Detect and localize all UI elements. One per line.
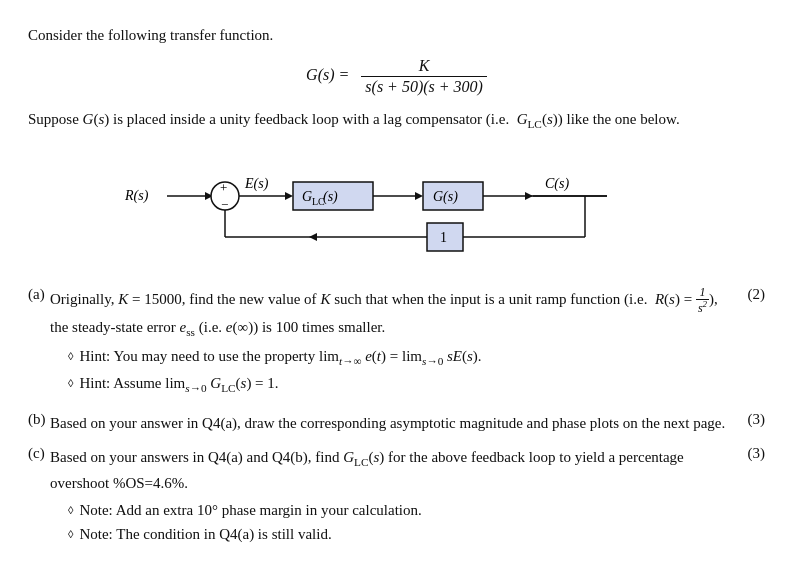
intro-line2: Suppose G(s) is placed inside a unity fe…	[28, 108, 765, 133]
qc-hint2-text: Note: The condition in Q4(a) is still va…	[79, 523, 737, 546]
qc-hint1-text: Note: Add an extra 10° phase margin in y…	[79, 499, 737, 522]
qa-label: (a)	[28, 286, 50, 303]
transfer-function: G(s) = K s(s + 50)(s + 300)	[28, 57, 765, 96]
diamond-icon1: ◊	[68, 348, 73, 365]
qb-content: Based on your answer in Q4(a), draw the …	[50, 411, 737, 435]
qb-label: (b)	[28, 411, 50, 428]
diamond-icon4: ◊	[68, 526, 73, 543]
svg-text:+: +	[220, 180, 227, 195]
tf-fraction: K s(s + 50)(s + 300)	[361, 57, 487, 96]
qc-points: (3)	[737, 445, 765, 462]
qa-points: (2)	[737, 286, 765, 303]
diamond-icon2: ◊	[68, 375, 73, 392]
qa-hint2-text: Hint: Assume lims→0 GLC(s) = 1.	[79, 372, 737, 397]
qc-hint2: ◊ Note: The condition in Q4(a) is still …	[68, 523, 737, 546]
unity-label: 1	[440, 230, 447, 245]
Cs-label: C(s)	[545, 176, 569, 192]
qa-text: Originally, K = 15000, find the new valu…	[50, 291, 718, 335]
qc-hint1: ◊ Note: Add an extra 10° phase margin in…	[68, 499, 737, 522]
question-list: (a) Originally, K = 15000, find the new …	[28, 286, 765, 550]
svg-text:(s): (s)	[323, 189, 338, 205]
qa-hint1-text: Hint: You may need to use the property l…	[79, 345, 737, 370]
Gs-label: G(s)	[433, 189, 458, 205]
question-b: (b) Based on your answer in Q4(a), draw …	[28, 411, 765, 435]
qb-points: (3)	[737, 411, 765, 428]
diamond-icon3: ◊	[68, 502, 73, 519]
block-diagram: R(s) + − E(s) G LC (s) G(s) C(s)	[28, 152, 765, 262]
qc-hints: ◊ Note: Add an extra 10° phase margin in…	[68, 499, 737, 546]
GLC-label: G	[302, 189, 312, 204]
Rs-label: R(s)	[124, 188, 149, 204]
qa-hint2: ◊ Hint: Assume lims→0 GLC(s) = 1.	[68, 372, 737, 397]
svg-marker-8	[415, 192, 423, 200]
svg-text:−: −	[221, 197, 228, 212]
svg-marker-5	[285, 192, 293, 200]
qc-text: Based on your answers in Q4(a) and Q4(b)…	[50, 449, 684, 491]
question-a: (a) Originally, K = 15000, find the new …	[28, 286, 765, 401]
qc-content: Based on your answers in Q4(a) and Q4(b)…	[50, 445, 737, 550]
intro-line1: Consider the following transfer function…	[28, 24, 765, 47]
qa-hint1: ◊ Hint: You may need to use the property…	[68, 345, 737, 370]
qc-label: (c)	[28, 445, 50, 462]
qa-hints: ◊ Hint: You may need to use the property…	[68, 345, 737, 397]
tf-numerator: K	[361, 57, 487, 77]
qa-content: Originally, K = 15000, find the new valu…	[50, 286, 737, 401]
svg-marker-10	[525, 192, 533, 200]
question-c: (c) Based on your answers in Q4(a) and Q…	[28, 445, 765, 550]
diagram-svg: R(s) + − E(s) G LC (s) G(s) C(s)	[117, 152, 677, 262]
tf-denominator: s(s + 50)(s + 300)	[361, 77, 487, 96]
qb-text: Based on your answer in Q4(a), draw the …	[50, 415, 725, 431]
Es-label: E(s)	[244, 176, 269, 192]
svg-marker-15	[309, 233, 317, 241]
tf-lhs: G(s) =	[306, 66, 349, 83]
